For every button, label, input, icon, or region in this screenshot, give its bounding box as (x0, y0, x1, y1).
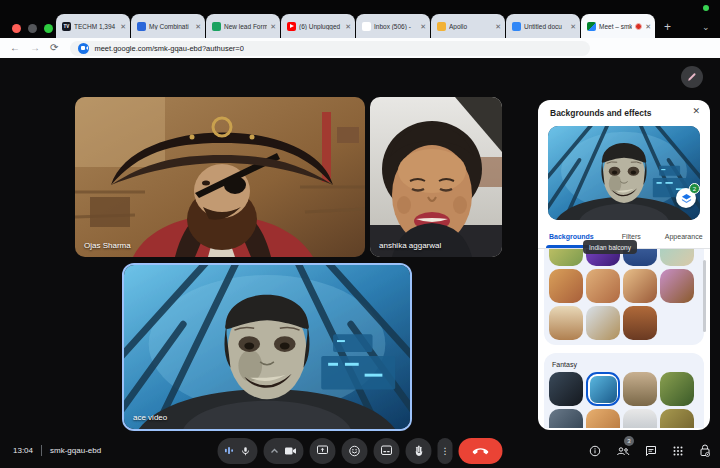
browser-tab[interactable]: New lead Form ✕ (206, 14, 280, 38)
background-thumbnail[interactable] (660, 409, 694, 428)
tab-label: Untitled docu (524, 23, 567, 30)
camera-active-indicator (703, 5, 709, 11)
present-screen-icon (317, 445, 329, 456)
present-screen-button[interactable] (310, 438, 336, 464)
video-tile-ojas[interactable]: Ojas Sharma (75, 97, 365, 257)
background-thumbnail[interactable] (660, 269, 694, 303)
reload-button[interactable]: ⟳ (50, 43, 58, 53)
reactions-button[interactable] (342, 438, 368, 464)
new-tab-button[interactable]: + (664, 21, 671, 33)
chat-icon (645, 445, 657, 457)
recording-indicator-icon (635, 23, 642, 30)
tab-close-icon[interactable]: ✕ (420, 23, 426, 30)
background-thumbnail[interactable] (623, 269, 657, 303)
tab-filters[interactable]: Filters (622, 233, 641, 240)
tab-close-icon[interactable]: ✕ (195, 23, 201, 30)
edit-effects-button[interactable] (681, 66, 703, 88)
panel-title: Backgrounds and effects (550, 108, 652, 118)
background-thumbnail[interactable] (586, 269, 620, 303)
effects-count-badge: 2 (689, 183, 700, 194)
chevron-up-icon (270, 448, 278, 454)
tab-close-icon[interactable]: ✕ (495, 23, 501, 30)
apollo-icon (437, 22, 446, 31)
window-minimize-button[interactable] (28, 24, 37, 33)
meet-bottom-bar: 13:04 smk-gqau-ebd (0, 433, 720, 468)
browser-tab[interactable]: M Inbox (506) - ✕ (356, 14, 430, 38)
tab-label: Meet – smk (599, 23, 632, 30)
tab-close-icon[interactable]: ✕ (270, 23, 276, 30)
forward-button[interactable]: → (30, 43, 40, 53)
browser-tab[interactable]: TV TECHM 1,394 ✕ (56, 14, 130, 38)
smiley-icon (349, 445, 361, 457)
meet-favicon-icon (78, 43, 89, 54)
browser-tab[interactable]: Untitled docu ✕ (506, 14, 580, 38)
tab-close-icon[interactable]: ✕ (570, 23, 576, 30)
people-count-badge: 3 (624, 436, 634, 446)
window-zoom-button[interactable] (44, 24, 53, 33)
tab-label: Inbox (506) - (374, 23, 417, 30)
address-field[interactable]: meet.google.com/smk-gqau-ebd?authuser=0 (70, 41, 590, 56)
microphone-button[interactable] (218, 438, 258, 464)
sheets-icon (212, 22, 221, 31)
backgrounds-effects-panel: Backgrounds and effects ✕ 2 Backgrounds … (538, 100, 710, 430)
participant-name: anshika aggarwal (379, 241, 441, 250)
browser-url-bar: ← → ⟳ meet.google.com/smk-gqau-ebd?authu… (0, 38, 720, 58)
more-options-button[interactable]: ⋮ (438, 438, 453, 464)
tab-close-icon[interactable]: ✕ (345, 23, 351, 30)
browser-tab-strip: TV TECHM 1,394 ✕ My Combinati ✕ New lead… (0, 0, 720, 38)
gmail-icon: M (362, 22, 371, 31)
background-section (544, 249, 704, 345)
panel-scrollbar[interactable] (703, 260, 706, 332)
window-close-button[interactable] (12, 24, 21, 33)
background-thumbnail[interactable] (623, 306, 657, 340)
participant-name: Ojas Sharma (84, 241, 131, 250)
background-thumbnail[interactable] (549, 249, 583, 266)
background-thumbnail[interactable] (623, 409, 657, 428)
browser-tab[interactable]: Apollo ✕ (431, 14, 505, 38)
browser-tab-active[interactable]: Meet – smk ✕ (581, 14, 655, 38)
people-button[interactable]: 3 (616, 445, 630, 457)
video-tile-self[interactable]: ace video (122, 263, 412, 431)
tradingview-icon: TV (62, 22, 71, 31)
tab-label: TECHM 1,394 (74, 23, 117, 30)
browser-tab[interactable]: My Combinati ✕ (131, 14, 205, 38)
background-thumbnail[interactable] (549, 372, 583, 406)
background-thumbnail[interactable] (586, 306, 620, 340)
end-call-button[interactable] (459, 438, 503, 464)
raise-hand-button[interactable] (406, 438, 432, 464)
background-thumbnail[interactable] (549, 409, 583, 428)
video-tile-anshika[interactable]: anshika aggarwal (370, 97, 502, 257)
meeting-code: smk-gqau-ebd (50, 446, 101, 455)
docs-icon (512, 22, 521, 31)
tab-close-icon[interactable]: ✕ (645, 23, 651, 30)
backgrounds-scroll-area[interactable]: Fantasy (538, 249, 710, 428)
meet-icon (587, 22, 596, 31)
window-controls[interactable] (12, 24, 53, 33)
chat-button[interactable] (645, 445, 657, 457)
background-thumbnail[interactable] (623, 372, 657, 406)
host-controls-button[interactable] (699, 444, 711, 457)
meeting-details-button[interactable] (589, 445, 601, 457)
tab-appearance[interactable]: Appearance (665, 233, 703, 240)
background-thumbnail[interactable] (586, 409, 620, 428)
url-text: meet.google.com/smk-gqau-ebd?authuser=0 (94, 44, 243, 53)
camera-button[interactable] (264, 438, 304, 464)
background-thumbnail[interactable] (660, 249, 694, 266)
background-thumbnail[interactable] (660, 372, 694, 406)
tab-search-chevron-icon[interactable]: ⌄ (702, 23, 710, 32)
tab-backgrounds[interactable]: Backgrounds (549, 233, 594, 240)
background-thumbnail[interactable] (549, 306, 583, 340)
fantasy-section: Fantasy (544, 353, 704, 428)
back-button[interactable]: ← (10, 43, 20, 53)
panel-close-icon[interactable]: ✕ (692, 107, 700, 116)
app-icon (137, 22, 146, 31)
background-thumbnail-selected[interactable] (586, 372, 620, 406)
background-thumbnail[interactable] (549, 269, 583, 303)
tab-close-icon[interactable]: ✕ (120, 23, 126, 30)
tab-label: (6) Unplugged (299, 23, 342, 30)
section-label: Fantasy (549, 358, 699, 372)
activities-button[interactable] (672, 445, 684, 457)
captions-button[interactable] (374, 438, 400, 464)
apps-grid-icon (672, 445, 684, 457)
browser-tab[interactable]: (6) Unplugged ✕ (281, 14, 355, 38)
